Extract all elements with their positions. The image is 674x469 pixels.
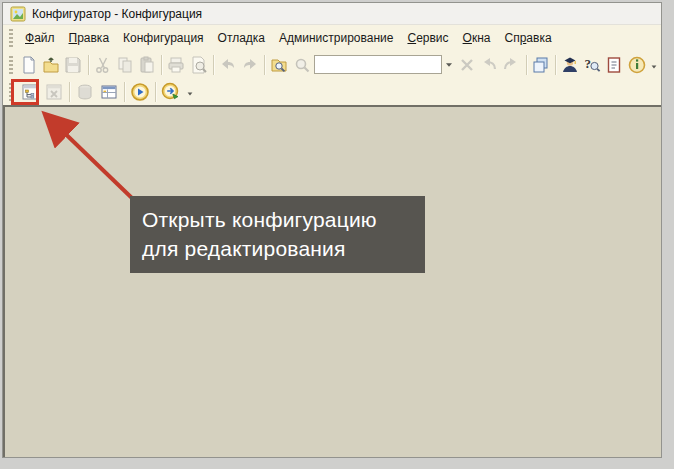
start-enterprise-icon xyxy=(161,82,181,102)
menu-item-windows[interactable]: Окна xyxy=(456,28,498,48)
dropdown-arrow-button[interactable] xyxy=(443,53,456,77)
open-configuration-button[interactable] xyxy=(18,80,42,104)
menu-item-configuration[interactable]: Конфигурация xyxy=(116,28,211,48)
syntax-check-icon: ? xyxy=(582,55,602,75)
clear-x-button[interactable] xyxy=(456,53,478,77)
open-file-icon xyxy=(41,55,61,75)
find-icon xyxy=(292,55,312,75)
undo-icon xyxy=(218,55,238,75)
save-icon xyxy=(63,55,83,75)
menu-drag-handle[interactable] xyxy=(9,29,13,47)
print-preview-icon xyxy=(189,55,209,75)
syntax-check-button[interactable]: ? xyxy=(581,53,603,77)
tooltip-line-2: для редактирования xyxy=(142,234,413,263)
toolbar-standard-drag-handle[interactable] xyxy=(9,56,13,74)
screenshot-stage: Конфигуратор - Конфигурация ФайлПравкаКо… xyxy=(0,0,674,469)
new-document-icon xyxy=(19,55,39,75)
toolbar-configuration xyxy=(3,78,661,105)
nav-forward-icon xyxy=(501,55,521,75)
nav-forward-button[interactable] xyxy=(500,53,522,77)
toolbar-separator xyxy=(526,55,527,75)
toolbar-separator xyxy=(124,82,125,102)
overflow-arrow-icon xyxy=(648,59,660,71)
copy-icon xyxy=(115,55,135,75)
cut-icon xyxy=(93,55,113,75)
about-info-button[interactable] xyxy=(626,53,648,77)
update-db-configuration-button[interactable] xyxy=(73,80,97,104)
search-combobox-input[interactable] xyxy=(314,55,442,74)
open-file-button[interactable] xyxy=(40,53,62,77)
nav-back-icon xyxy=(479,55,499,75)
start-enterprise-button[interactable] xyxy=(159,80,183,104)
syntax-helper-button[interactable] xyxy=(559,53,581,77)
menu-item-help[interactable]: Справка xyxy=(497,28,558,48)
close-configuration-icon xyxy=(44,82,64,102)
annotation-tooltip: Открыть конфигурацию для редактирования xyxy=(130,196,425,273)
undo-button[interactable] xyxy=(217,53,239,77)
toolbar-separator xyxy=(161,55,162,75)
title-bar[interactable]: Конфигуратор - Конфигурация xyxy=(3,3,661,25)
overflow-arrow-icon xyxy=(184,86,196,98)
toolbar-separator xyxy=(264,55,265,75)
paste-icon xyxy=(137,55,157,75)
toolbar-separator xyxy=(69,82,70,102)
menu-item-administration[interactable]: Администрирование xyxy=(272,28,400,48)
save-button[interactable] xyxy=(62,53,84,77)
toolbar-standard: ? xyxy=(3,51,661,78)
global-search-icon xyxy=(269,55,289,75)
start-debugging-icon xyxy=(130,82,150,102)
windows-stack-button[interactable] xyxy=(530,53,552,77)
syntax-helper-icon xyxy=(560,55,580,75)
menu-item-edit[interactable]: Правка xyxy=(62,28,117,48)
menu-item-service[interactable]: Сервис xyxy=(400,28,455,48)
tooltip-line-1: Открыть конфигурацию xyxy=(142,205,413,234)
update-db-configuration-icon xyxy=(75,82,95,102)
templates-icon xyxy=(604,55,624,75)
templates-button[interactable] xyxy=(603,53,625,77)
svg-text:?: ? xyxy=(585,56,592,71)
print-icon xyxy=(166,55,186,75)
menu-bar: ФайлПравкаКонфигурацияОтладкаАдминистрир… xyxy=(3,25,661,51)
copy-button[interactable] xyxy=(114,53,136,77)
open-configuration-icon xyxy=(20,82,40,102)
windows-stack-icon xyxy=(531,55,551,75)
print-preview-button[interactable] xyxy=(188,53,210,77)
global-search-button[interactable] xyxy=(268,53,290,77)
app-logo-icon xyxy=(10,6,26,22)
clear-x-icon xyxy=(457,55,477,75)
window-title: Конфигуратор - Конфигурация xyxy=(32,7,202,21)
new-document-button[interactable] xyxy=(18,53,40,77)
overflow-arrow-button[interactable] xyxy=(648,53,661,77)
workspace xyxy=(3,105,661,457)
about-info-icon xyxy=(627,55,647,75)
toolbar-separator xyxy=(155,82,156,102)
toolbar-separator xyxy=(555,55,556,75)
close-configuration-button[interactable] xyxy=(42,80,66,104)
db-configuration-button[interactable] xyxy=(97,80,121,104)
menu-items: ФайлПравкаКонфигурацияОтладкаАдминистрир… xyxy=(18,28,559,48)
toolbar-separator xyxy=(88,55,89,75)
dropdown-arrow-icon xyxy=(443,59,455,71)
menu-item-file[interactable]: Файл xyxy=(18,28,62,48)
toolbar-configuration-drag-handle[interactable] xyxy=(9,83,13,101)
cut-button[interactable] xyxy=(91,53,113,77)
start-debugging-button[interactable] xyxy=(128,80,152,104)
overflow-arrow-button[interactable] xyxy=(183,80,197,104)
print-button[interactable] xyxy=(165,53,187,77)
toolbar-separator xyxy=(213,55,214,75)
db-configuration-icon xyxy=(99,82,119,102)
nav-back-button[interactable] xyxy=(478,53,500,77)
paste-button[interactable] xyxy=(136,53,158,77)
menu-item-debug[interactable]: Отладка xyxy=(211,28,272,48)
redo-icon xyxy=(240,55,260,75)
redo-button[interactable] xyxy=(239,53,261,77)
find-button[interactable] xyxy=(291,53,313,77)
